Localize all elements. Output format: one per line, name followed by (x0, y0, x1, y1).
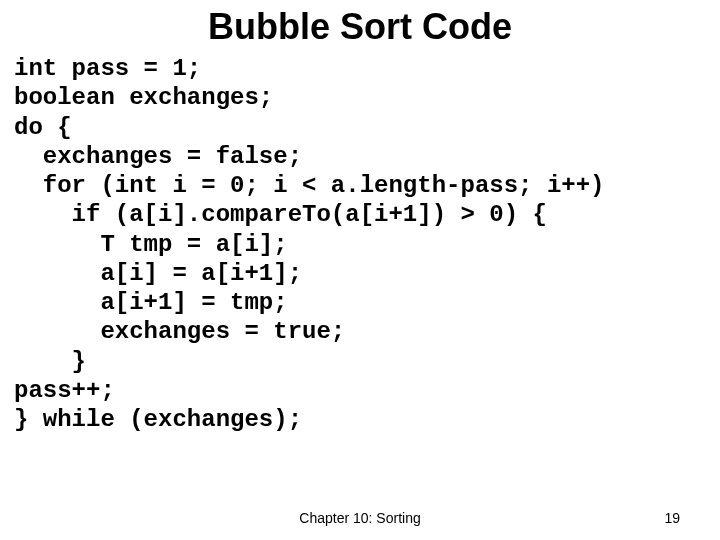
footer-page-number: 19 (664, 510, 680, 526)
code-line: pass++; (14, 377, 115, 404)
code-block: int pass = 1; boolean exchanges; do { ex… (0, 54, 720, 434)
code-line: a[i] = a[i+1]; (14, 260, 302, 287)
footer-chapter: Chapter 10: Sorting (0, 510, 720, 526)
code-line: if (a[i].compareTo(a[i+1]) > 0) { (14, 201, 547, 228)
code-line: a[i+1] = tmp; (14, 289, 288, 316)
code-line: exchanges = false; (14, 143, 302, 170)
code-line: for (int i = 0; i < a.length-pass; i++) (14, 172, 605, 199)
code-line: int pass = 1; (14, 55, 201, 82)
slide-title: Bubble Sort Code (0, 0, 720, 54)
code-line: } while (exchanges); (14, 406, 302, 433)
code-line: do { (14, 114, 72, 141)
code-line: } (14, 348, 86, 375)
code-line: boolean exchanges; (14, 84, 273, 111)
code-line: T tmp = a[i]; (14, 231, 288, 258)
slide: Bubble Sort Code int pass = 1; boolean e… (0, 0, 720, 540)
code-line: exchanges = true; (14, 318, 345, 345)
